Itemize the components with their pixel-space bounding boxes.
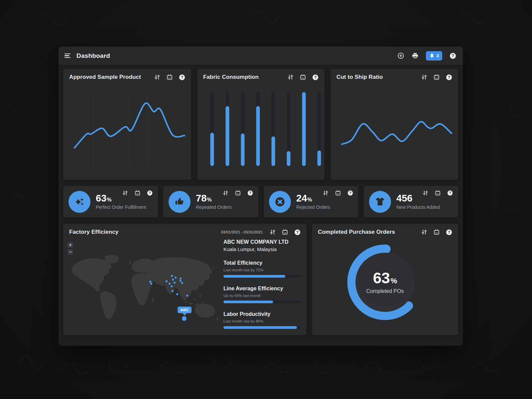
- company-location: Kuala Lumpur, Malaysia: [223, 246, 301, 252]
- kpi-rejected-orders: 24 % Rejected Orders: [264, 186, 358, 217]
- world-map[interactable]: ABC: [66, 248, 222, 328]
- map-location-dot: [175, 277, 177, 279]
- map-hub-dot[interactable]: [182, 316, 187, 321]
- help-icon: [147, 191, 152, 196]
- donut-label: Completed POs: [366, 288, 404, 294]
- kpi-repeated-orders: 78 % Repeated Orders: [163, 186, 258, 217]
- help-button[interactable]: [347, 190, 353, 196]
- sliders-icon: [155, 75, 160, 79]
- progress-track: [223, 301, 301, 303]
- kpi-unit: %: [207, 197, 211, 203]
- factory-details: ABC NEW COMPANY LTD Kuala Lumpur, Malays…: [223, 239, 301, 329]
- help-button[interactable]: [446, 74, 452, 80]
- help-button[interactable]: [147, 190, 153, 196]
- map-marker-label: ABC: [178, 307, 192, 313]
- calendar-button[interactable]: [335, 190, 341, 196]
- help-icon: [448, 191, 453, 196]
- printer-icon: [413, 53, 418, 58]
- kpi-perfect-order-fulfillment: 63 % Perfect Order Fulfillment: [63, 186, 158, 217]
- bell-icon: [430, 54, 434, 58]
- company-name: ABC NEW COMPANY LTD: [223, 239, 301, 245]
- filter-button[interactable]: [223, 190, 228, 196]
- notification-count: 3: [436, 53, 439, 58]
- line-chart: [63, 84, 191, 180]
- line-chart: [331, 84, 458, 180]
- donut-value: 63: [373, 270, 390, 286]
- help-icon: [446, 74, 452, 80]
- calendar-button[interactable]: [434, 229, 440, 235]
- kpi-label: New Products Added: [396, 204, 440, 210]
- notifications-button[interactable]: 3: [426, 51, 442, 61]
- kpi-label: Repeated Orders: [196, 204, 231, 210]
- calendar-icon: [434, 75, 439, 79]
- calendar-icon: [167, 75, 172, 79]
- bottom-row: Factory Efficiency 03/01/2021 - 03/31/20…: [63, 224, 458, 335]
- map-marker-abc[interactable]: ABC: [178, 307, 192, 316]
- filter-button[interactable]: [154, 74, 160, 80]
- map-location-dot: [180, 280, 182, 282]
- help-button[interactable]: [179, 74, 185, 80]
- donut-center: 63 % Completed POs: [355, 253, 415, 312]
- card-cut-to-ship-ratio: Cut to Ship Ratio: [331, 69, 458, 180]
- map-markers-layer: ABC: [66, 248, 222, 328]
- map-location-dot: [181, 282, 183, 284]
- calendar-button[interactable]: [434, 74, 440, 80]
- map-zoom-out-button[interactable]: −: [67, 249, 73, 255]
- help-button[interactable]: [247, 190, 253, 196]
- map-location-dot: [166, 280, 168, 282]
- filter-button[interactable]: [323, 190, 329, 196]
- help-button[interactable]: [294, 229, 301, 235]
- sliders-icon: [423, 191, 428, 195]
- kpi-label: Rejected Orders: [296, 204, 330, 210]
- filter-button[interactable]: [421, 229, 427, 235]
- card-approved-sample-product: Approved Sample Product: [63, 69, 191, 180]
- calendar-button[interactable]: [135, 190, 140, 196]
- calendar-button[interactable]: [235, 190, 241, 196]
- kpi-icon-circle: [169, 191, 191, 213]
- help-button[interactable]: [447, 190, 453, 196]
- filter-button[interactable]: [288, 74, 294, 80]
- kpi-value: 63: [96, 194, 106, 203]
- print-button[interactable]: [412, 52, 419, 59]
- calendar-icon: [436, 191, 440, 195]
- map-zoom-in-button[interactable]: +: [67, 242, 73, 248]
- map-marker-pointer: [183, 313, 187, 316]
- help-button[interactable]: [446, 229, 452, 235]
- card-title: Fabric Consumption: [203, 74, 259, 80]
- calendar-button[interactable]: [435, 190, 441, 196]
- add-button[interactable]: [397, 52, 404, 59]
- kpi-label: Perfect Order Fulfillment: [96, 204, 146, 210]
- date-range: 03/01/2021 - 03/31/2021: [221, 230, 263, 234]
- help-button[interactable]: [312, 74, 319, 80]
- kpi-new-products-added: 456 New Products Added: [364, 186, 458, 217]
- help-icon: [450, 53, 456, 59]
- metric-note: Up by 65% last month: [223, 294, 301, 298]
- charts-row: Approved Sample Product Fabric Consumpti…: [63, 69, 458, 180]
- sparkles-icon: [75, 198, 84, 205]
- metric-note: Last month rise by 85%: [223, 319, 301, 323]
- calendar-button[interactable]: [167, 74, 173, 80]
- calendar-button[interactable]: [282, 229, 288, 235]
- tshirt-icon: [376, 198, 384, 205]
- metric-note: Last month rise by 72%: [223, 268, 301, 272]
- bar-chart: [197, 84, 325, 180]
- progress-track: [223, 326, 301, 329]
- help-button[interactable]: [450, 53, 456, 59]
- kpi-row: 63 % Perfect Order Fulfillment: [63, 186, 458, 217]
- plus-circle-icon: [398, 53, 404, 58]
- progress-fill: [223, 275, 285, 278]
- map-location-dot: [150, 283, 152, 285]
- filter-button[interactable]: [423, 190, 428, 196]
- kpi-icon-circle: [269, 191, 291, 213]
- progress-track: [223, 275, 301, 278]
- card-completed-purchase-orders: Completed Purchase Orders 63 %: [312, 224, 458, 335]
- filter-button[interactable]: [270, 229, 276, 235]
- map-location-dot: [169, 283, 171, 285]
- calendar-button[interactable]: [300, 74, 306, 80]
- filter-button[interactable]: [122, 190, 128, 196]
- progress-fill: [223, 326, 297, 329]
- help-icon: [313, 74, 318, 80]
- filter-button[interactable]: [421, 74, 427, 80]
- progress-fill: [223, 301, 273, 303]
- menu-icon[interactable]: [64, 52, 71, 59]
